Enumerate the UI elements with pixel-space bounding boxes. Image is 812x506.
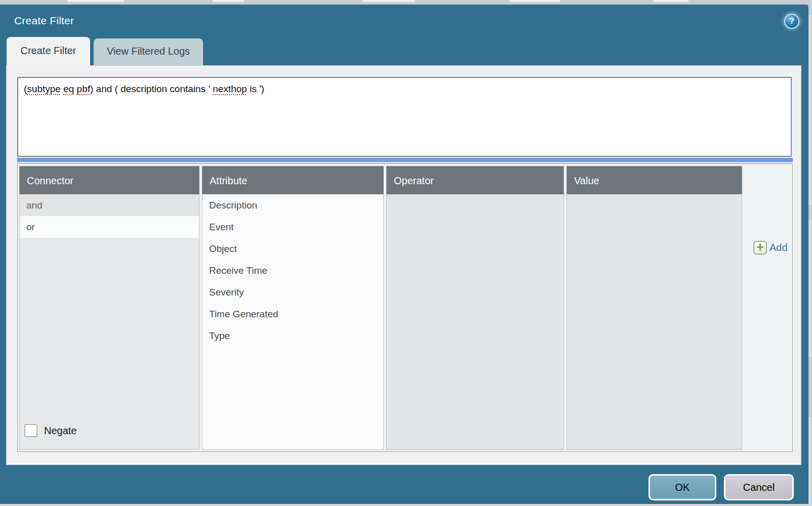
attribute-option-type[interactable]: Type [202,325,383,347]
connector-column-header: Connector [19,166,199,194]
background-row-band [808,0,812,15]
attribute-option-severity[interactable]: Severity [202,281,383,303]
create-filter-dialog: Create Filter ? Create Filter View Filte… [0,5,808,504]
filter-text-segment: nexthop [213,83,247,94]
attribute-option-description[interactable]: Description [202,194,383,216]
attribute-column-header: Attribute [202,166,384,194]
negate-label: Negate [44,425,77,437]
filter-text-segment: pbf [77,83,90,94]
add-button[interactable]: + Add [753,241,788,255]
background-page-bottom-strip [0,504,808,506]
background-text-fragment [213,0,244,2]
attribute-option-receive-time[interactable]: Receive Time [202,260,383,281]
tab-create-filter[interactable]: Create Filter [7,37,90,66]
background-text-fragment [509,0,560,2]
negate-checkbox[interactable] [24,424,37,437]
connector-list: andor Negate [19,194,199,450]
dialog-body-panel: (subtype eq pbf) and ( description conta… [6,65,801,465]
background-row-band [808,205,812,220]
value-column-header: Value [566,166,742,194]
cancel-button[interactable]: Cancel [724,474,794,500]
filter-text-segment: is ') [247,83,264,94]
dialog-title: Create Filter [14,15,74,27]
background-page-top-strip [0,0,812,5]
background-row-band [808,357,812,417]
filter-expression-input[interactable]: (subtype eq pbf) and ( description conta… [17,77,792,157]
background-text-fragment [67,0,124,2]
attribute-option-object[interactable]: Object [202,238,383,260]
attribute-column: Attribute DescriptionEventObjectReceive … [202,166,384,450]
attribute-option-time-generated[interactable]: Time Generated [202,303,383,325]
connector-column: Connector andor Negate [19,166,199,450]
value-column: Value [566,166,742,450]
horizontal-splitter[interactable] [17,158,793,162]
negate-control: Negate [24,424,77,437]
help-icon[interactable]: ? [784,14,799,29]
add-button-label: Add [769,242,788,254]
operator-column-header: Operator [386,166,564,194]
connector-option-or[interactable]: or [20,216,199,238]
ok-button[interactable]: OK [648,474,716,500]
filter-text-segment: ) and ( description contains ' [90,83,213,94]
operator-column: Operator [386,166,564,450]
connector-option-and[interactable]: and [20,194,199,216]
background-text-fragment [362,0,415,2]
plus-icon: + [753,241,767,255]
tab-view-filtered-logs[interactable]: View Filtered Logs [94,38,203,65]
filter-text-segment: subtype [27,83,61,94]
operator-list [386,194,564,450]
filter-builder-columns: Connector andor Negate Attribute Descrip… [17,163,793,452]
background-page-right-strip [808,0,812,506]
attribute-list: DescriptionEventObjectReceive TimeSeveri… [202,194,384,450]
attribute-option-event[interactable]: Event [202,216,383,238]
background-text-fragment [653,0,688,2]
value-list [566,194,742,450]
filter-text-segment: eq [63,83,74,94]
